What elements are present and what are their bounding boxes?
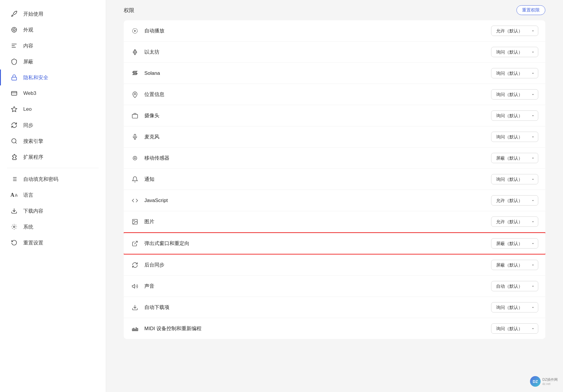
perm-select-auto-download[interactable]: 允许屏蔽询问（默认）	[491, 302, 538, 312]
sidebar-label-system: 系统	[23, 224, 33, 230]
sidebar-item-sync[interactable]: 同步	[0, 117, 106, 133]
sidebar-label-web3: Web3	[23, 90, 36, 96]
svg-rect-9	[12, 77, 17, 80]
perm-select-wrap-microphone: 允许屏蔽询问（默认）	[491, 132, 538, 142]
svg-line-36	[134, 241, 137, 244]
notifications-icon	[131, 175, 139, 183]
perm-label-notifications: 通知	[144, 176, 486, 183]
perm-select-wrap-popups: 允许屏蔽（默认）	[491, 238, 538, 249]
perm-row-background-sync: 后台同步允许屏蔽（默认）	[124, 254, 545, 276]
sidebar-item-extensions[interactable]: 扩展程序	[0, 149, 106, 165]
perm-row-ethereum: 以太坊允许屏蔽询问（默认）	[124, 42, 545, 63]
web3-icon	[10, 90, 18, 97]
svg-rect-41	[135, 329, 136, 331]
solana-icon	[131, 69, 139, 77]
perm-label-location: 位置信息	[144, 91, 486, 98]
sidebar-item-privacy-security[interactable]: 隐私和安全	[0, 70, 106, 85]
sidebar-label-extensions: 扩展程序	[23, 154, 43, 161]
perm-label-sound: 声音	[144, 283, 486, 290]
sidebar-item-content[interactable]: 内容	[0, 38, 106, 54]
perm-select-wrap-sound: 允许屏蔽自动（默认）	[491, 281, 538, 291]
section-header: 权限 重置权限	[124, 0, 545, 18]
svg-point-0	[12, 27, 17, 32]
sidebar-item-shields[interactable]: 屏蔽	[0, 54, 106, 70]
svg-point-13	[12, 139, 16, 143]
getting-started-icon	[10, 10, 18, 18]
perm-select-wrap-solana: 允许屏蔽询问（默认）	[491, 68, 538, 78]
perm-row-auto-download: 自动下载项允许屏蔽询问（默认）	[124, 297, 545, 318]
perm-select-popups[interactable]: 允许屏蔽（默认）	[491, 238, 538, 249]
perm-row-microphone: 麦克风允许屏蔽询问（默认）	[124, 126, 545, 148]
perm-select-sound[interactable]: 允许屏蔽自动（默认）	[491, 281, 538, 291]
watermark: DZ DZ插件网 dz.net	[530, 376, 558, 387]
perm-select-wrap-ethereum: 允许屏蔽询问（默认）	[491, 47, 538, 57]
svg-point-1	[13, 29, 15, 31]
sidebar-item-downloads[interactable]: 下载内容	[0, 203, 106, 219]
sidebar-label-sync: 同步	[23, 122, 33, 129]
perm-label-images: 图片	[144, 218, 486, 225]
perm-select-wrap-camera: 允许屏蔽询问（默认）	[491, 110, 538, 121]
sidebar: 开始使用外观内容屏蔽隐私和安全Web3Leo同步搜索引擎扩展程序 自动填充和密码…	[0, 0, 106, 392]
perm-select-solana[interactable]: 允许屏蔽询问（默认）	[491, 68, 538, 78]
extensions-icon	[10, 153, 18, 161]
sidebar-item-search-engine[interactable]: 搜索引擎	[0, 133, 106, 149]
svg-rect-43	[137, 328, 138, 331]
downloads-icon	[10, 207, 18, 215]
perm-select-images[interactable]: 允许（默认）屏蔽	[491, 216, 538, 227]
sidebar-label-appearance: 外观	[23, 27, 33, 33]
ethereum-icon	[131, 48, 139, 56]
perm-row-location: 位置信息允许屏蔽询问（默认）	[124, 84, 545, 105]
perm-label-background-sync: 后台同步	[144, 262, 486, 268]
sidebar-item-reset[interactable]: 重置设置	[0, 235, 106, 251]
sidebar-item-getting-started[interactable]: 开始使用	[0, 6, 106, 22]
perm-select-notifications[interactable]: 允许屏蔽询问（默认）	[491, 174, 538, 184]
perm-row-images: 图片允许（默认）屏蔽	[124, 211, 545, 232]
sidebar-label-autofill-passwords: 自动填充和密码	[23, 176, 58, 183]
perm-label-midi: MIDI 设备控制和重新编程	[144, 325, 486, 332]
svg-marker-12	[11, 107, 17, 112]
sidebar-item-leo[interactable]: Leo	[0, 101, 106, 117]
auto-download-icon	[131, 303, 139, 312]
sidebar-item-autofill-passwords[interactable]: 自动填充和密码	[0, 171, 106, 187]
reset-permissions-button[interactable]: 重置权限	[516, 5, 545, 15]
perm-label-microphone: 麦克风	[144, 133, 486, 140]
background-sync-icon	[131, 261, 139, 269]
svg-rect-29	[132, 114, 138, 118]
perm-row-javascript: JavaScript允许（默认）屏蔽	[124, 190, 545, 211]
perm-row-autoplay: 自动播放允许（默认）屏蔽询问	[124, 20, 545, 42]
perm-select-wrap-javascript: 允许（默认）屏蔽	[491, 195, 538, 206]
perm-row-popups: 弹出式窗口和重定向允许屏蔽（默认）	[124, 232, 545, 254]
system-icon	[10, 223, 18, 231]
perm-select-background-sync[interactable]: 允许屏蔽（默认）	[491, 260, 538, 270]
sidebar-item-language[interactable]: Aあ语言	[0, 187, 106, 203]
sidebar-label-content: 内容	[23, 42, 33, 49]
perm-label-motion-sensors: 移动传感器	[144, 155, 486, 161]
midi-icon	[131, 325, 139, 333]
perm-select-location[interactable]: 允许屏蔽询问（默认）	[491, 89, 538, 100]
perm-select-autoplay[interactable]: 允许（默认）屏蔽询问	[491, 26, 538, 36]
sidebar-item-system[interactable]: 系统	[0, 219, 106, 235]
perm-label-javascript: JavaScript	[144, 198, 486, 204]
perm-select-midi[interactable]: 允许屏蔽询问（默认）	[491, 323, 538, 334]
microphone-icon	[131, 133, 139, 141]
sidebar-item-appearance[interactable]: 外观	[0, 22, 106, 38]
main-content: 权限 重置权限 自动播放允许（默认）屏蔽询问以太坊允许屏蔽询问（默认）Solan…	[106, 0, 563, 392]
sync-icon	[10, 121, 18, 129]
svg-rect-10	[11, 92, 17, 95]
svg-rect-30	[134, 134, 136, 137]
autoplay-icon	[131, 27, 139, 35]
sidebar-item-web3[interactable]: Web3	[0, 85, 106, 101]
privacy-security-icon	[10, 74, 18, 81]
shields-icon	[10, 58, 18, 65]
perm-label-ethereum: 以太坊	[144, 49, 486, 55]
autofill-passwords-icon	[10, 175, 18, 183]
perm-select-wrap-autoplay: 允许（默认）屏蔽询问	[491, 26, 538, 36]
perm-select-javascript[interactable]: 允许（默认）屏蔽	[491, 195, 538, 206]
perm-select-microphone[interactable]: 允许屏蔽询问（默认）	[491, 132, 538, 142]
perm-label-popups: 弹出式窗口和重定向	[144, 240, 486, 247]
javascript-icon	[131, 196, 139, 205]
perm-select-motion-sensors[interactable]: 允许屏蔽（默认）询问	[491, 153, 538, 163]
perm-select-camera[interactable]: 允许屏蔽询问（默认）	[491, 110, 538, 121]
appearance-icon	[10, 26, 18, 34]
perm-select-ethereum[interactable]: 允许屏蔽询问（默认）	[491, 47, 538, 57]
